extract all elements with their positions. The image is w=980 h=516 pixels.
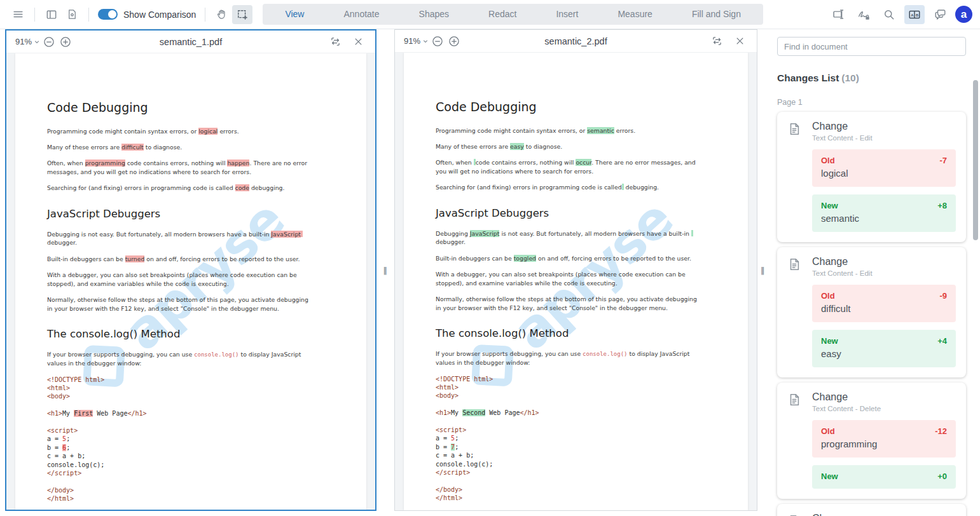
doc-text: Many of these errors are [436,143,510,150]
code-line: c = a + b; [47,452,313,460]
doc-text: Searching for (and fixing) errors in pro… [47,184,235,191]
zoom-dropdown[interactable]: 91% [404,36,429,46]
top-toolbar: Show Comparison ViewAnnotateShapesRedact… [0,0,980,29]
diff-highlight: easy [510,143,524,150]
side-panel-toggle-icon[interactable] [41,5,62,24]
find-in-document-input[interactable] [777,37,966,56]
document-2-viewer[interactable]: apryse Code DebuggingProgramming code mi… [395,53,757,510]
doc-text: is not easy. But fortunately, all modern… [499,230,691,237]
doc-paragraph: Normally, otherwise follow the steps at … [436,295,701,312]
code-line: console.log(c); [47,461,313,469]
new-value-box: New+8semantic [812,194,956,232]
change-card[interactable]: ChangeText Content - EditOld-9difficultN… [777,247,966,377]
new-char-count: +0 [937,472,947,481]
change-card[interactable]: ChangeText Content - EditOld-7logicalNew… [777,112,966,242]
menu-icon[interactable] [8,5,28,24]
doc-text: errors. [217,128,238,135]
new-char-count: +4 [937,336,947,346]
page-manipulation-icon[interactable] [62,5,82,24]
code-line: </html> [436,494,701,502]
old-value-box: Old-9difficult [812,285,956,322]
signature-lock-icon[interactable] [853,5,874,24]
resize-handle-icon[interactable]: ‖ [761,266,766,275]
show-comparison-toggle[interactable]: Show Comparison [98,9,196,20]
doc-text: </body> [47,487,74,494]
doc-text: </body> [436,486,462,493]
toggle-on-icon[interactable] [98,9,118,20]
old-label: Old [821,426,835,436]
zoom-in-icon[interactable] [57,34,74,50]
swap-document-icon[interactable] [708,33,725,50]
change-card[interactable]: ChangeText Content - Edit [777,504,966,516]
new-text: easy [821,348,947,360]
diff-highlight: logical [198,128,217,135]
ribbon-tab-fill-and-sign[interactable]: Fill and Sign [672,4,761,25]
doc-paragraph: Many of these errors are easy to diagnos… [436,142,701,151]
ribbon-tab-annotate[interactable]: Annotate [324,4,399,25]
ribbon-tab-redact[interactable]: Redact [469,4,536,25]
diff-highlight: semantic [587,127,614,134]
doc-paragraph: Many of these errors are difficult to di… [47,143,313,151]
ribbon-tab-measure[interactable]: Measure [598,4,672,25]
document-panel-2: 91% semantic_2.pdf [394,29,757,511]
code-line: </script> [436,468,701,477]
doc-text: </html> [47,495,74,502]
zoom-level: 91% [15,37,32,46]
diff-highlight: JavaScript [271,231,301,238]
document-1-viewer[interactable]: apryse Code DebuggingProgramming code mi… [6,53,375,510]
doc-text: <script> [47,427,78,434]
ribbon-tab-shapes[interactable]: Shapes [399,4,469,25]
close-icon[interactable] [731,33,748,50]
change-card[interactable]: ChangeText Content - DeleteOld-12program… [777,383,966,499]
code-line: <script> [47,426,313,435]
doc-text: a = [436,435,451,442]
doc-text: Web Page [485,409,520,416]
code-line [47,418,313,426]
doc-text: Debugging [436,230,470,237]
code-line: <h1>My Second Web Page</h1> [436,409,701,417]
page-change-icon [787,257,801,274]
diff-highlight: code [235,184,249,191]
ribbon-tab-view[interactable]: View [265,4,324,25]
doc-paragraph: If your browser supports debugging, you … [436,350,701,367]
doc-text: <body> [47,393,70,400]
diff-highlight: difficult [121,144,144,151]
page-change-icon [787,393,801,409]
resize-handle-icon[interactable]: ‖ [383,266,388,275]
sidebar-scrollbar-thumb[interactable] [973,80,978,240]
doc-paragraph: Searching for (and fixing) errors in pro… [47,184,313,192]
close-icon[interactable] [350,34,366,50]
apryse-logo[interactable]: a [955,6,972,23]
marquee-zoom-tool-icon[interactable] [232,5,252,24]
doc-text: b = [436,444,451,451]
comments-icon[interactable] [930,5,950,24]
doc-text: My [62,410,74,417]
edit-text-icon[interactable] [828,5,848,24]
zoom-out-icon[interactable] [41,34,57,50]
doc-text: Built-in debuggers can be [436,255,514,262]
doc-text: <h1> [436,409,451,416]
doc-text: Web Page [93,410,127,417]
code-line: <body> [436,391,701,400]
doc-text: </h1> [127,410,146,417]
doc-paragraph: Debugging is not easy. But fortunately, … [47,230,313,247]
pan-tool-icon[interactable] [212,5,232,24]
zoom-dropdown[interactable]: 91% [15,37,41,46]
doc-text: <body> [436,392,459,399]
zoom-out-icon[interactable] [429,33,446,50]
doc-text: b = [47,444,62,451]
zoom-in-icon[interactable] [446,33,462,50]
document-2-content: Code DebuggingProgramming code might con… [404,53,748,503]
doc-paragraph: Programming code might contain syntax er… [436,126,701,135]
doc-paragraph: Often, when programming code contains er… [47,159,313,176]
doc-text: debugging. [624,184,659,191]
ribbon-tab-insert[interactable]: Insert [536,4,598,25]
compare-ab-icon[interactable]: AB [904,5,925,24]
panel-1-header: 91% semantic_1.pdf [6,31,375,53]
code-line [47,401,313,409]
doc-text: Often, when [47,160,85,166]
swap-document-icon[interactable] [327,34,343,50]
toolbar-divider [205,8,205,22]
change-title: Change [812,391,881,403]
search-icon[interactable] [879,5,899,24]
